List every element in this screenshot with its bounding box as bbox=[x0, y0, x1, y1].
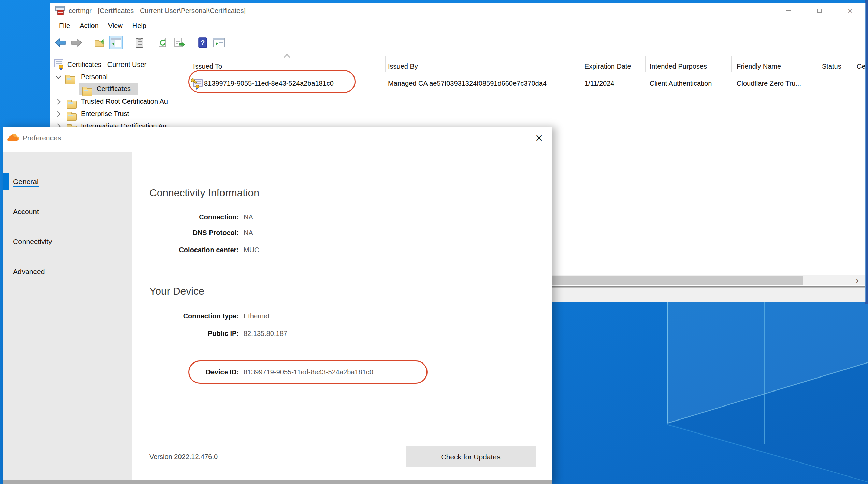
nav-item-label: Account bbox=[13, 208, 39, 215]
back-button[interactable] bbox=[54, 36, 67, 49]
field-value-connection-type: Ethernet bbox=[244, 311, 270, 321]
toolbar-separator bbox=[191, 37, 191, 48]
column-divider[interactable] bbox=[852, 56, 852, 72]
menu-file[interactable]: File bbox=[54, 18, 75, 33]
new-window-icon bbox=[213, 38, 225, 47]
help-icon: ? bbox=[198, 37, 207, 48]
up-folder-button[interactable] bbox=[93, 36, 107, 49]
folder-icon bbox=[67, 101, 77, 109]
minimize-button[interactable] bbox=[781, 3, 796, 18]
section-divider bbox=[149, 272, 535, 272]
section-divider bbox=[149, 356, 535, 356]
export-list-button[interactable] bbox=[172, 36, 186, 49]
back-icon bbox=[55, 38, 66, 48]
toolbar-separator bbox=[88, 37, 88, 48]
dialog-bottom-strip bbox=[3, 480, 552, 484]
column-header-issued-by[interactable]: Issued By bbox=[388, 61, 418, 71]
cell-expiration-date: 1/11/2024 bbox=[584, 76, 614, 90]
column-divider[interactable] bbox=[731, 56, 732, 72]
refresh-icon bbox=[158, 37, 169, 48]
help-button[interactable]: ? bbox=[196, 36, 209, 49]
status-pane-divider bbox=[716, 289, 716, 301]
menu-view[interactable]: View bbox=[103, 18, 128, 33]
tree-item-certificates[interactable]: Certificates bbox=[50, 82, 60, 96]
tree-item-personal[interactable]: Personal bbox=[50, 70, 60, 84]
certificates-root-icon bbox=[53, 59, 65, 70]
svg-text:?: ? bbox=[201, 39, 205, 46]
field-label-connection: Connection: bbox=[149, 212, 239, 222]
cell-intended-purposes: Client Authentication bbox=[650, 76, 712, 90]
menu-action[interactable]: Action bbox=[75, 18, 103, 33]
preferences-sidebar bbox=[3, 152, 132, 480]
tree-item-label: Enterprise Trust bbox=[81, 107, 129, 120]
field-value-connection: NA bbox=[244, 212, 253, 222]
check-for-updates-button[interactable]: Check for Updates bbox=[406, 446, 536, 467]
console-tree-icon bbox=[111, 38, 121, 47]
certmgr-titlebar: certmgr - [Certificates - Current User\P… bbox=[50, 3, 865, 18]
chevron-right-icon[interactable] bbox=[55, 99, 61, 105]
close-icon: × bbox=[847, 6, 852, 15]
column-header-intended-purposes[interactable]: Intended Purposes bbox=[650, 61, 707, 71]
nav-item-general[interactable]: General bbox=[13, 173, 39, 190]
column-divider[interactable] bbox=[645, 56, 646, 72]
window-title: certmgr - [Certificates - Current User\P… bbox=[69, 3, 246, 18]
nav-item-connectivity[interactable]: Connectivity bbox=[13, 233, 52, 250]
cloudflare-logo-icon bbox=[7, 133, 21, 143]
forward-button[interactable] bbox=[70, 36, 83, 49]
screen: certmgr - [Certificates - Current User\P… bbox=[0, 0, 868, 484]
tree-item-enterprise-trust[interactable]: Enterprise Trust bbox=[50, 107, 60, 120]
close-button[interactable]: × bbox=[842, 3, 858, 18]
column-divider[interactable] bbox=[819, 56, 819, 72]
maximize-icon bbox=[817, 9, 822, 13]
column-header-expiration-date[interactable]: Expiration Date bbox=[584, 61, 631, 71]
scrollbar-right-arrow[interactable]: › bbox=[850, 275, 865, 285]
nav-item-account[interactable]: Account bbox=[13, 203, 39, 220]
scroll-right-icon: › bbox=[856, 275, 859, 286]
column-header-friendly-name[interactable]: Friendly Name bbox=[737, 61, 781, 71]
field-label-dns-protocol: DNS Protocol: bbox=[149, 228, 239, 238]
minimize-icon bbox=[786, 10, 791, 11]
field-label-connection-type: Connection type: bbox=[149, 311, 239, 321]
annotation-ellipse-issued-to bbox=[188, 70, 356, 93]
forward-icon bbox=[71, 38, 82, 48]
tree-item-label: Personal bbox=[81, 70, 108, 84]
nav-item-label: Advanced bbox=[13, 268, 45, 275]
tree-item-label: Certificates bbox=[97, 82, 131, 96]
field-label-public-ip: Public IP: bbox=[149, 328, 239, 339]
version-text: Version 2022.12.476.0 bbox=[149, 452, 218, 462]
column-divider[interactable] bbox=[579, 56, 579, 72]
dialog-title: Preferences bbox=[23, 132, 61, 144]
nav-item-label: Connectivity bbox=[13, 238, 52, 245]
toolbar-separator bbox=[151, 37, 151, 48]
new-window-button[interactable] bbox=[212, 36, 226, 49]
column-header-status[interactable]: Status bbox=[822, 61, 841, 71]
toolbar-separator bbox=[128, 37, 128, 48]
nav-item-advanced[interactable]: Advanced bbox=[13, 264, 45, 280]
certmgr-menubar: File Action View Help bbox=[50, 18, 865, 33]
clipboard-button[interactable] bbox=[133, 36, 146, 49]
status-pane-divider bbox=[807, 289, 807, 301]
tree-item-trusted-root[interactable]: Trusted Root Certification Au bbox=[50, 95, 60, 108]
refresh-button[interactable] bbox=[156, 36, 170, 49]
menu-help[interactable]: Help bbox=[128, 18, 151, 33]
cell-issued-by: Managed CA ae57f03931324f08591d660e7c370… bbox=[388, 76, 547, 90]
dialog-close-button[interactable]: × bbox=[531, 130, 547, 146]
export-list-icon bbox=[174, 37, 185, 48]
console-tree-toggle[interactable] bbox=[109, 36, 123, 49]
nav-item-label: General bbox=[13, 177, 39, 187]
tree-root-label: Certificates - Current User bbox=[67, 58, 146, 71]
column-divider[interactable] bbox=[385, 56, 386, 72]
close-icon: × bbox=[535, 131, 543, 145]
annotation-ellipse-device-id bbox=[188, 360, 428, 384]
chevron-down-icon[interactable] bbox=[56, 73, 61, 79]
section-title-your-device: Your Device bbox=[149, 284, 204, 298]
maximize-button[interactable] bbox=[811, 3, 827, 18]
header-top-line bbox=[188, 59, 865, 59]
clipboard-icon bbox=[134, 37, 145, 48]
certmgr-toolbar: ? bbox=[50, 33, 865, 52]
field-value-dns-protocol: NA bbox=[244, 228, 253, 238]
cell-friendly-name: Cloudflare Zero Tru... bbox=[737, 76, 801, 90]
chevron-right-icon[interactable] bbox=[55, 111, 61, 117]
field-label-colocation-center: Colocation center: bbox=[149, 245, 239, 255]
column-header-certificate[interactable]: Ce bbox=[857, 61, 865, 71]
